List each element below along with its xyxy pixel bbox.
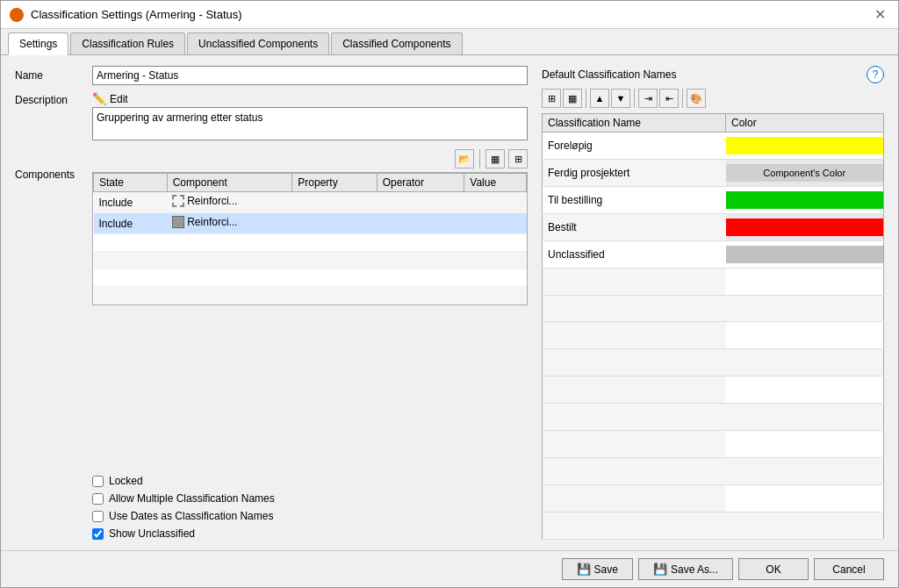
classification-row[interactable]: Foreløpig — [543, 133, 884, 160]
right-palette-btn[interactable]: 🎨 — [687, 89, 706, 108]
allow-multiple-label: Allow Multiple Classification Names — [109, 492, 275, 505]
right-separator-1 — [586, 89, 586, 108]
edit-label: Edit — [110, 93, 128, 105]
empty-row — [543, 431, 884, 458]
save-as-label: Save As... — [671, 563, 718, 576]
ok-button[interactable]: OK — [738, 558, 809, 580]
cancel-button[interactable]: Cancel — [814, 558, 884, 580]
col-state: State — [94, 174, 168, 192]
app-icon — [10, 8, 24, 22]
ok-label: OK — [766, 563, 780, 576]
right-panel-header: Default Classification Names ? — [542, 66, 884, 83]
table-row[interactable]: Include Reinforci... — [94, 192, 527, 213]
allow-multiple-checkbox[interactable] — [92, 493, 104, 505]
name-row: Name — [15, 66, 528, 85]
empty-row — [543, 376, 884, 404]
title-bar: Classification Settings (Armering - Stat… — [1, 1, 898, 29]
use-dates-label: Use Dates as Classification Names — [109, 510, 273, 522]
empty-row — [543, 484, 884, 512]
dialog-body: Name Description ✏️ Edit Gruppering av a… — [1, 55, 898, 550]
main-content: Name Description ✏️ Edit Gruppering av a… — [15, 66, 884, 540]
table-row — [94, 269, 527, 287]
classification-row[interactable]: Ferdig prosjektert Component's Color — [543, 159, 884, 186]
description-area: Description ✏️ Edit Gruppering av armeri… — [15, 92, 528, 140]
classification-row[interactable]: Unclassified — [543, 240, 884, 268]
description-edit-button[interactable]: ✏️ Edit — [92, 92, 528, 105]
bottom-bar: 💾 Save 💾 Save As... OK Cancel — [1, 550, 898, 587]
save-as-icon: 💾 — [653, 563, 667, 576]
folder-icon-btn[interactable]: 📂 — [455, 149, 474, 169]
close-button[interactable]: ✕ — [871, 8, 889, 22]
right-separator-3 — [682, 89, 683, 108]
empty-row — [543, 322, 884, 349]
components-table: State Component Property Operator Value — [93, 173, 527, 305]
components-label: Components — [15, 147, 85, 181]
empty-row — [543, 268, 884, 295]
grid2-btn[interactable]: ⊞ — [508, 149, 528, 169]
right-separator-2 — [634, 89, 635, 108]
dialog: Classification Settings (Armering - Stat… — [0, 0, 899, 588]
empty-row — [543, 349, 884, 376]
col-component: Component — [167, 174, 292, 192]
show-unclassified-label: Show Unclassified — [109, 527, 195, 540]
table-row[interactable]: Include Reinforci... — [94, 213, 527, 234]
separator — [479, 149, 480, 169]
components-toolbar: 📂 ▦ ⊞ — [92, 147, 528, 170]
description-label: Description — [15, 92, 85, 106]
col-property: Property — [292, 174, 377, 192]
save-icon: 💾 — [577, 563, 591, 576]
tab-classification-rules[interactable]: Classification Rules — [70, 32, 185, 54]
save-as-button[interactable]: 💾 Save As... — [638, 558, 733, 580]
allow-multiple-checkbox-row[interactable]: Allow Multiple Classification Names — [92, 492, 528, 505]
component-icon-solid — [172, 216, 184, 228]
dialog-title: Classification Settings (Armering - Stat… — [31, 8, 242, 21]
empty-row — [543, 295, 884, 322]
right-panel: Default Classification Names ? ⊞ ▦ ▲ ▼ ⇥… — [542, 66, 884, 540]
right-panel-title: Default Classification Names — [542, 68, 676, 81]
right-down-btn[interactable]: ▼ — [611, 89, 630, 108]
tab-unclassified[interactable]: Unclassified Components — [187, 32, 329, 54]
save-button[interactable]: 💾 Save — [562, 558, 633, 580]
right-grid-btn[interactable]: ▦ — [563, 89, 582, 108]
table-row — [94, 252, 527, 269]
name-input[interactable] — [92, 66, 528, 85]
name-label: Name — [15, 69, 85, 82]
use-dates-checkbox-row[interactable]: Use Dates as Classification Names — [92, 510, 528, 522]
right-toolbar: ⊞ ▦ ▲ ▼ ⇥ ⇤ 🎨 — [542, 87, 884, 110]
components-table-wrapper: State Component Property Operator Value — [92, 172, 528, 305]
tab-classified[interactable]: Classified Components — [331, 32, 462, 54]
component-icon-dashed — [172, 195, 184, 207]
classification-row[interactable]: Bestilt — [543, 213, 884, 240]
classification-row[interactable]: Til bestilling — [543, 186, 884, 213]
right-col-color: Color — [726, 114, 884, 133]
right-import-btn[interactable]: ⇥ — [638, 89, 658, 108]
components-section: Components 📂 ▦ ⊞ Stat — [15, 147, 528, 464]
grid-btn[interactable]: ▦ — [485, 149, 505, 169]
left-panel: Name Description ✏️ Edit Gruppering av a… — [15, 66, 528, 540]
show-unclassified-checkbox-row[interactable]: Show Unclassified — [92, 527, 528, 540]
checkboxes-section: Locked Allow Multiple Classification Nam… — [92, 475, 528, 540]
empty-row — [543, 458, 884, 485]
table-row — [94, 234, 527, 252]
help-button[interactable]: ? — [867, 66, 884, 83]
use-dates-checkbox[interactable] — [92, 511, 104, 522]
col-operator: Operator — [377, 174, 464, 192]
locked-checkbox-row[interactable]: Locked — [92, 475, 528, 487]
show-unclassified-checkbox[interactable] — [92, 528, 104, 540]
cancel-label: Cancel — [832, 563, 865, 576]
right-add-btn[interactable]: ⊞ — [542, 89, 561, 108]
tab-settings[interactable]: Settings — [8, 32, 68, 55]
right-up-btn[interactable]: ▲ — [590, 89, 609, 108]
locked-checkbox[interactable] — [92, 476, 104, 487]
table-row — [94, 287, 527, 305]
right-col-name: Classification Name — [543, 114, 726, 133]
edit-icon: ✏️ — [92, 92, 106, 105]
tab-bar: Settings Classification Rules Unclassifi… — [1, 29, 898, 55]
right-export-btn[interactable]: ⇤ — [659, 89, 679, 108]
col-value: Value — [464, 174, 527, 192]
empty-row — [543, 404, 884, 431]
save-label: Save — [594, 563, 618, 576]
classification-names-table: Classification Name Color Foreløpig Ferd… — [542, 113, 884, 540]
locked-label: Locked — [109, 475, 143, 487]
description-textarea[interactable]: Gruppering av armering etter status — [92, 107, 528, 140]
